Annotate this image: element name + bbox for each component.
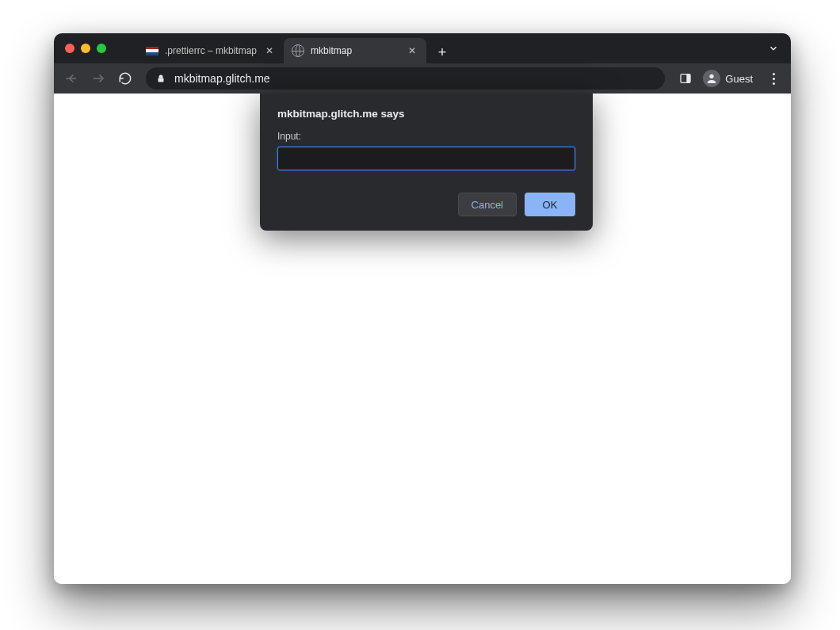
- titlebar-right: [764, 39, 791, 58]
- tabstrip: .prettierrc – mkbitmap ✕ mkbitmap ✕ +: [138, 33, 764, 63]
- lock-icon: [155, 73, 166, 84]
- close-window-button[interactable]: [65, 44, 74, 53]
- chevron-down-icon[interactable]: [764, 39, 783, 58]
- browser-window: .prettierrc – mkbitmap ✕ mkbitmap ✕ +: [54, 33, 791, 584]
- dialog-button-row: Cancel OK: [277, 193, 575, 216]
- fullscreen-window-button[interactable]: [97, 44, 106, 53]
- page-content: mkbitmap.glitch.me says Input: Cancel OK: [54, 94, 791, 584]
- svg-point-6: [710, 74, 714, 78]
- back-button[interactable]: [60, 67, 82, 90]
- tab-mkbitmap[interactable]: mkbitmap ✕: [284, 38, 426, 63]
- globe-icon: [292, 44, 304, 57]
- svg-rect-3: [158, 78, 164, 82]
- profile-button[interactable]: Guest: [701, 68, 758, 89]
- glitch-favicon-icon: [146, 44, 158, 57]
- ok-button[interactable]: OK: [525, 193, 575, 216]
- avatar-icon: [703, 70, 720, 87]
- toolbar: mkbitmap.glitch.me Guest: [54, 63, 791, 94]
- forward-button[interactable]: [87, 67, 109, 90]
- tab-label: mkbitmap: [311, 45, 399, 56]
- minimize-window-button[interactable]: [81, 44, 90, 53]
- url-text: mkbitmap.glitch.me: [174, 72, 270, 85]
- reload-button[interactable]: [114, 67, 136, 90]
- dialog-prompt-label: Input:: [277, 131, 575, 142]
- tab-label: .prettierrc – mkbitmap: [165, 45, 257, 56]
- toolbar-right: Guest: [674, 67, 785, 90]
- new-tab-button[interactable]: +: [431, 41, 453, 63]
- cancel-button[interactable]: Cancel: [458, 193, 517, 216]
- close-tab-icon[interactable]: ✕: [406, 44, 418, 57]
- prompt-dialog: mkbitmap.glitch.me says Input: Cancel OK: [260, 94, 593, 231]
- svg-rect-5: [687, 74, 691, 83]
- window-controls: [65, 44, 106, 53]
- profile-label: Guest: [725, 73, 756, 85]
- menu-button[interactable]: [762, 67, 785, 90]
- tab-prettierrc[interactable]: .prettierrc – mkbitmap ✕: [138, 38, 284, 63]
- close-tab-icon[interactable]: ✕: [263, 44, 276, 57]
- address-bar[interactable]: mkbitmap.glitch.me: [146, 67, 665, 90]
- titlebar: .prettierrc – mkbitmap ✕ mkbitmap ✕ +: [54, 33, 791, 63]
- side-panel-icon[interactable]: [674, 67, 697, 90]
- prompt-input[interactable]: [277, 147, 575, 170]
- dialog-headline: mkbitmap.glitch.me says: [277, 108, 575, 120]
